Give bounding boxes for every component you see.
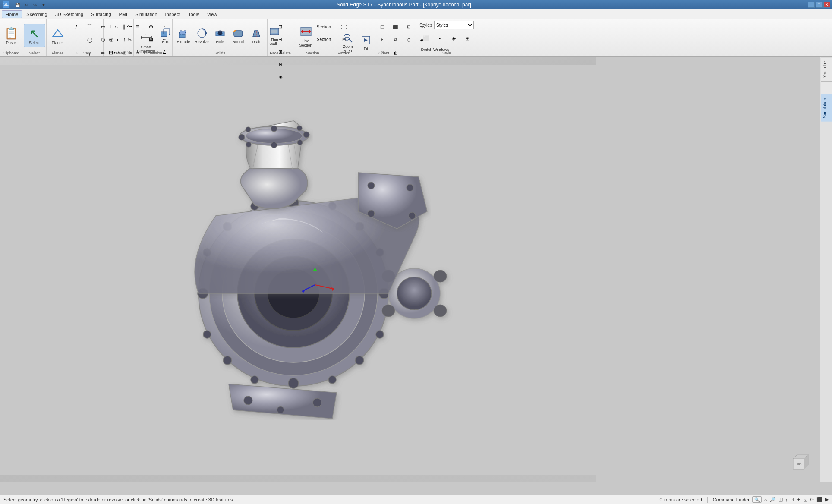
zoom-area-button[interactable]: ZoomArea — [339, 30, 356, 55]
menu-view[interactable]: View — [204, 11, 221, 18]
orient5-button[interactable]: ⌖ — [375, 34, 388, 46]
hole-button[interactable]: Hole — [211, 25, 229, 46]
menu-3d-sketching[interactable]: 3D Sketching — [52, 11, 87, 18]
planes-label: Planes — [52, 41, 64, 45]
arc-icon: ⌒ — [85, 22, 95, 32]
revolve-label: Revolve — [195, 40, 209, 44]
zoom-area-label: ZoomArea — [343, 45, 353, 54]
right-tab-2[interactable] — [821, 81, 832, 94]
ellipse-button[interactable]: ◯ — [83, 34, 96, 46]
section-btn2[interactable]: Section — [318, 33, 331, 45]
svg-point-82 — [277, 406, 284, 413]
draft-button[interactable]: Draft — [248, 25, 265, 46]
menu-simulation[interactable]: Simulation — [132, 11, 161, 18]
svg-line-30 — [349, 39, 352, 42]
face-relate1-button[interactable]: ⊞ — [274, 21, 287, 33]
orient1-button[interactable]: ◫ — [375, 21, 388, 33]
command-finder-label: Command Finder — [713, 497, 750, 502]
svg-point-66 — [239, 134, 245, 140]
menu-pmi[interactable]: PMI — [116, 11, 131, 18]
svg-point-48 — [223, 356, 232, 365]
section1-icon: Section — [319, 22, 329, 32]
command-finder-button[interactable]: 🔍 — [752, 496, 762, 503]
maximize-button[interactable]: □ — [816, 2, 823, 8]
qa-redo-button[interactable]: ↪ — [31, 1, 39, 9]
ribbon-group-face-relate: ⊞ ⊟ ⊠ ⊕ ◈ Face Relate — [268, 19, 293, 56]
orient5-icon: ⌖ — [377, 35, 387, 45]
svg-point-57 — [376, 331, 384, 338]
round-icon — [231, 26, 245, 40]
svg-point-54 — [251, 376, 258, 384]
face-relate4-button[interactable]: ⊕ — [274, 58, 287, 70]
round-label: Round — [233, 40, 244, 44]
face-relate5-button[interactable]: ◈ — [274, 71, 287, 83]
arc-button[interactable]: ⌒ — [83, 21, 96, 33]
draw-group-label: Draw — [69, 51, 103, 55]
round-button[interactable]: Round — [230, 25, 247, 46]
status-left-text: Select geometry, click on a 'Region' to … — [3, 497, 234, 502]
orient6-button[interactable]: ⧉ — [389, 34, 402, 46]
right-tab-youtube[interactable]: YouTube — [821, 57, 832, 81]
hole-label: Hole — [216, 40, 224, 44]
paste-button[interactable]: 📋 Paste — [0, 24, 22, 47]
planes-button[interactable]: Planes — [47, 24, 69, 47]
ribbon-group-planes: Planes Planes — [47, 19, 69, 56]
tangent-icon: ⌇ — [119, 35, 129, 45]
section-btn1[interactable]: Section — [318, 21, 331, 33]
ribbon: 📋 Paste Clipboard ↖ Select Select — [0, 19, 832, 57]
right-tab-simulation[interactable]: Simulation — [821, 94, 832, 122]
line-button[interactable]: / — [70, 21, 83, 33]
svg-point-71 — [297, 140, 303, 145]
viewport[interactable] — [0, 57, 596, 482]
viewcube[interactable]: Top — [785, 448, 815, 478]
orient2-button[interactable]: ⬛ — [389, 21, 402, 33]
status-icon3: ◫ — [778, 497, 783, 502]
style-view2-button[interactable]: ▪ — [433, 32, 446, 44]
tangent-button[interactable]: ⌇ — [118, 34, 131, 46]
face-relate2-button[interactable]: ⊟ — [274, 33, 287, 45]
qa-dropdown-button[interactable]: ▼ — [40, 1, 47, 9]
style-view4-button[interactable]: ⊞ — [461, 32, 474, 44]
solids-group-label: Solids — [173, 51, 267, 55]
concentric-button[interactable]: ◎ — [104, 34, 117, 46]
style-group-label: Style — [412, 51, 481, 55]
face-relate1-icon: ⊞ — [275, 22, 286, 32]
close-button[interactable]: ✕ — [823, 2, 830, 8]
svg-point-69 — [271, 142, 277, 148]
svg-point-49 — [355, 356, 364, 365]
status-icon2: 🔎 — [770, 497, 776, 502]
select-group-label: Select — [22, 51, 46, 55]
fit-button[interactable]: Fit — [357, 32, 375, 53]
revolve-button[interactable]: Revolve — [193, 25, 211, 46]
status-icon9: ⬛ — [816, 497, 823, 502]
menu-sketching[interactable]: Sketching — [23, 11, 50, 18]
parallel-button[interactable]: ∥ — [118, 21, 131, 33]
draft-label: Draft — [252, 40, 261, 44]
qa-save-button[interactable]: 💾 — [14, 1, 22, 9]
point-button[interactable]: · — [70, 34, 83, 46]
status-icon8: ⊙ — [810, 497, 814, 502]
live-section-label: LiveSection — [299, 39, 312, 48]
style-view3-button[interactable]: ◈ — [447, 32, 460, 44]
status-selection-text: 0 items are selected — [659, 497, 702, 502]
status-bar: Select geometry, click on a 'Region' to … — [0, 495, 832, 504]
svg-marker-0 — [53, 30, 63, 37]
revolve-icon — [195, 26, 209, 40]
menu-surfacing[interactable]: Surfacing — [88, 11, 114, 18]
styles-dropdown[interactable]: Styles — [434, 21, 474, 29]
live-section-button[interactable]: LiveSection — [295, 22, 317, 50]
menu-inspect[interactable]: Inspect — [162, 11, 184, 18]
paste-label: Paste — [6, 41, 16, 45]
menu-tools[interactable]: Tools — [185, 11, 203, 18]
box-button[interactable]: Box — [157, 25, 174, 46]
qa-undo-button[interactable]: ↩ — [22, 1, 30, 9]
ribbon-group-draw: / ⌒ ▭ ○ 〜 · ◯ ⬡ ⊐ ✂ → ╮ ⇔ — [69, 19, 104, 56]
minimize-button[interactable]: — — [808, 2, 815, 8]
face-relate-group-label: Face Relate — [268, 51, 293, 55]
select-button[interactable]: ↖ Select — [24, 24, 45, 47]
smart-dimension-icon: ↔ — [139, 30, 154, 45]
extrude-button[interactable]: Extrude — [175, 25, 192, 46]
perpendicular-button[interactable]: ⊥ — [104, 21, 117, 33]
style-view1-button[interactable]: ⬜ — [419, 32, 432, 44]
menu-home[interactable]: Home — [2, 10, 22, 18]
